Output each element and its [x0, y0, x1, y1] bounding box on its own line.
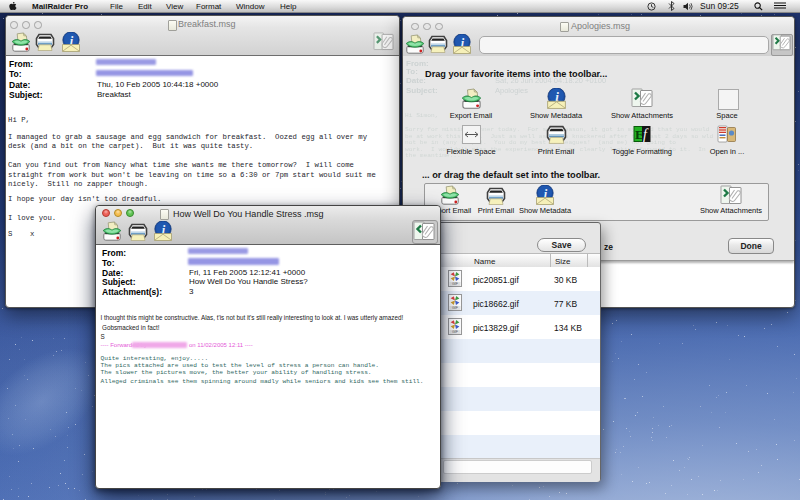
svg-text:GIF: GIF — [452, 306, 459, 310]
svg-text:GIF: GIF — [452, 330, 459, 334]
svg-text:GIF: GIF — [452, 282, 459, 286]
